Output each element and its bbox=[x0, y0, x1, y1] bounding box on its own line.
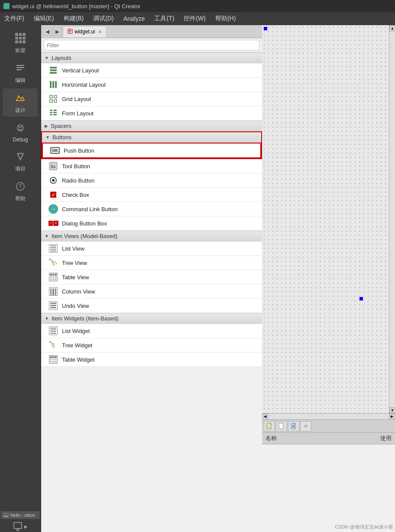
svg-rect-20 bbox=[50, 72, 57, 74]
svg-rect-19 bbox=[50, 69, 57, 71]
widget-item-form-layout[interactable]: Form Layout bbox=[41, 106, 262, 121]
menu-debug[interactable]: 调试(D) bbox=[89, 13, 118, 24]
spacers-arrow: ▶ bbox=[45, 124, 48, 128]
menu-file[interactable]: 文件(F) bbox=[0, 13, 29, 24]
svg-rect-21 bbox=[50, 81, 52, 88]
v-scroll-down[interactable]: ▼ bbox=[389, 407, 395, 413]
section-item-widgets[interactable]: ▼ Item Widgets (Item-Based) bbox=[41, 313, 262, 324]
close-btn[interactable]: ✕ bbox=[300, 421, 311, 431]
svg-rect-0 bbox=[16, 65, 24, 66]
menu-widgets[interactable]: 控件(W) bbox=[179, 13, 210, 24]
v-scrollbar[interactable]: ▲ ▼ bbox=[389, 25, 395, 413]
widget-item-table-view[interactable]: Table View bbox=[41, 270, 262, 284]
widget-label-table-view: Table View bbox=[62, 274, 89, 281]
section-spacers[interactable]: ▶ Spacers bbox=[41, 121, 262, 131]
tab-nav-left[interactable]: ◀ bbox=[43, 27, 52, 36]
col-name-header: 名称 bbox=[265, 434, 357, 442]
sidebar-item-project[interactable]: 项目 bbox=[3, 147, 38, 175]
svg-rect-27 bbox=[54, 100, 57, 102]
svg-rect-22 bbox=[52, 81, 54, 88]
widget-label-list-view: List View bbox=[62, 245, 84, 252]
svg-rect-30 bbox=[50, 112, 52, 113]
section-layouts[interactable]: ▼ Layouts bbox=[41, 52, 262, 63]
sidebar-expand-btn[interactable]: ▶ bbox=[24, 524, 28, 529]
spacers-title: Spacers bbox=[51, 123, 71, 129]
widget-list[interactable]: ▼ Layouts Vertical Layout bbox=[41, 52, 262, 532]
new-link-btn[interactable] bbox=[288, 421, 299, 431]
menu-analyze[interactable]: Analyze bbox=[119, 13, 149, 24]
svg-rect-32 bbox=[50, 114, 52, 115]
widget-item-list-view[interactable]: List View bbox=[41, 242, 262, 256]
widget-item-grid-layout[interactable]: Grid Layout bbox=[41, 92, 262, 106]
tab-close-btn[interactable]: ✕ bbox=[98, 29, 102, 34]
widget-item-tool-button[interactable]: Tool Button bbox=[41, 159, 262, 173]
v-scroll-up[interactable]: ▲ bbox=[389, 25, 395, 31]
section-item-views[interactable]: ▼ Item Views (Model-Based) bbox=[41, 231, 262, 242]
debug-icon bbox=[13, 121, 27, 135]
menu-tools[interactable]: 工具(T) bbox=[150, 13, 178, 24]
design-wrapper: ▲ ▼ bbox=[262, 25, 395, 413]
listwidget-icon bbox=[48, 326, 58, 336]
help-icon: ? bbox=[13, 180, 27, 193]
canvas-handle-tl[interactable] bbox=[264, 27, 267, 30]
tab-bar: ◀ ▶ widget.ui ✕ bbox=[41, 25, 262, 38]
widget-item-tree-widget[interactable]: Tree Widget bbox=[41, 338, 262, 352]
bottom-table-header: 名称 使用 bbox=[262, 433, 395, 444]
tableview-icon bbox=[48, 272, 58, 282]
h-scroll-right[interactable]: ▶ bbox=[389, 414, 395, 420]
widget-item-column-view[interactable]: Column View bbox=[41, 284, 262, 299]
widget-item-table-widget[interactable]: Table Widget bbox=[41, 352, 262, 367]
sidebar-item-design[interactable]: 设计 bbox=[3, 88, 38, 117]
svg-text:?: ? bbox=[19, 183, 22, 189]
v-scroll-track[interactable] bbox=[389, 31, 395, 407]
bottom-table bbox=[262, 444, 395, 532]
sidebar-item-welcome[interactable]: 欢迎 bbox=[3, 29, 38, 57]
svg-rect-25 bbox=[54, 95, 57, 98]
new-doc-btn[interactable] bbox=[264, 421, 275, 431]
filter-input[interactable] bbox=[44, 40, 259, 50]
hello-button-label: hello···utton bbox=[10, 512, 35, 518]
widget-item-radio-button[interactable]: Radio Button bbox=[41, 173, 262, 188]
widget-item-horizontal-layout[interactable]: Horizontal Layout bbox=[41, 78, 262, 92]
h-scroll-left[interactable]: ◀ bbox=[262, 414, 268, 420]
checkbox-icon: ✓ bbox=[48, 189, 58, 200]
widget-item-push-button[interactable]: OK Push Button bbox=[42, 143, 261, 158]
widget-label-dialog-button-box: Dialog Button Box bbox=[62, 220, 107, 227]
menu-bar: 文件(F) 编辑(E) 构建(B) 调试(D) Analyze 工具(T) 控件… bbox=[0, 12, 395, 25]
svg-rect-15 bbox=[68, 29, 72, 33]
widget-item-dialog-button-box[interactable]: ✓ ✕ Dialog Button Box bbox=[41, 216, 262, 231]
svg-point-39 bbox=[52, 261, 55, 263]
sidebar-item-debug[interactable]: Debug bbox=[3, 118, 38, 145]
widget-label-tree-view: Tree View bbox=[62, 260, 87, 266]
canvas-handle-br[interactable] bbox=[359, 297, 363, 300]
widget-item-command-link-button[interactable]: → Command Link Button bbox=[41, 202, 262, 216]
menu-help[interactable]: 帮助(H) bbox=[211, 13, 240, 24]
sidebar-item-help[interactable]: ? 帮助 bbox=[3, 177, 38, 205]
widget-item-vertical-layout[interactable]: Vertical Layout bbox=[41, 63, 262, 78]
sidebar-item-edit[interactable]: 编辑 bbox=[3, 59, 38, 87]
item-views-arrow: ▼ bbox=[45, 234, 49, 238]
menu-build[interactable]: 构建(B) bbox=[59, 13, 88, 24]
widget-label-tree-widget: Tree Widget bbox=[62, 342, 92, 349]
undoview-icon bbox=[48, 300, 58, 311]
h-scroll-track[interactable] bbox=[268, 414, 389, 420]
tab-widget-ui[interactable]: widget.ui ✕ bbox=[63, 26, 107, 37]
new-empty-btn[interactable] bbox=[276, 421, 287, 431]
design-canvas[interactable] bbox=[262, 25, 389, 413]
radio-icon bbox=[48, 175, 58, 186]
section-buttons[interactable]: ▼ Buttons bbox=[42, 132, 261, 143]
tab-nav-right[interactable]: ▶ bbox=[53, 27, 62, 36]
widget-item-check-box[interactable]: ✓ Check Box bbox=[41, 188, 262, 202]
menu-edit[interactable]: 编辑(E) bbox=[29, 13, 58, 24]
listview-icon bbox=[48, 243, 58, 254]
widget-item-list-widget[interactable]: List Widget bbox=[41, 324, 262, 338]
filter-bar bbox=[41, 38, 262, 52]
svg-rect-29 bbox=[53, 110, 57, 111]
svg-rect-2 bbox=[16, 69, 22, 70]
edit-icon bbox=[13, 61, 27, 75]
svg-rect-9 bbox=[3, 512, 9, 518]
monitor-icon bbox=[13, 522, 23, 531]
hello-button[interactable]: hello···utton bbox=[1, 511, 40, 519]
widget-item-tree-view[interactable]: Tree View bbox=[41, 256, 262, 270]
widget-item-undo-view[interactable]: Undo View bbox=[41, 299, 262, 313]
